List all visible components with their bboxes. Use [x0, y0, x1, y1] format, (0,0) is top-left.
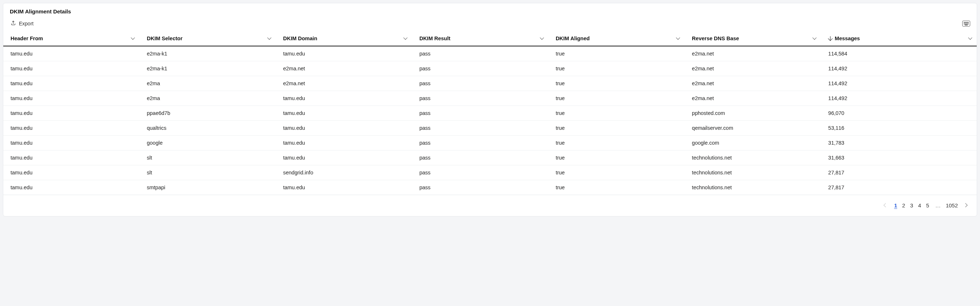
pager-ellipsis: … — [934, 202, 942, 208]
cell-dkim-domain: tamu.edu — [276, 121, 412, 136]
table-row[interactable]: tamu.edue2ma-k1e2ma.netpasstruee2ma.net1… — [3, 61, 977, 76]
table-row[interactable]: tamu.edusltsendgrid.infopasstruetechnolu… — [3, 165, 977, 180]
chevron-down-icon[interactable] — [969, 36, 972, 40]
chevron-down-icon[interactable] — [541, 36, 544, 40]
pager-last-page-button[interactable]: 1052 — [945, 200, 959, 210]
chevron-down-icon[interactable] — [268, 36, 272, 40]
keyboard-shortcuts-icon[interactable] — [962, 21, 970, 27]
table-row[interactable]: tamu.edue2matamu.edupasstruee2ma.net114,… — [3, 91, 977, 106]
column-label: DKIM Selector — [146, 35, 182, 41]
cell-dkim-aligned: true — [549, 106, 684, 121]
cell-dkim-domain: tamu.edu — [276, 136, 412, 151]
cell-dkim-result: pass — [412, 91, 548, 106]
cell-dkim-result: pass — [412, 180, 548, 195]
cell-header-from: tamu.edu — [3, 61, 139, 76]
export-label: Export — [19, 21, 33, 27]
table-row[interactable]: tamu.edue2ma-k1tamu.edupasstruee2ma.net1… — [3, 46, 977, 61]
table-header: Header FromDKIM SelectorDKIM DomainDKIM … — [3, 32, 977, 46]
column-header[interactable]: DKIM Domain — [276, 32, 412, 46]
pager-prev-button[interactable] — [881, 200, 889, 210]
chevron-right-icon — [963, 203, 967, 207]
cell-dkim-aligned: true — [549, 46, 684, 61]
cell-header-from: tamu.edu — [3, 180, 139, 195]
cell-dkim-domain: e2ma.net — [276, 76, 412, 91]
cell-messages: 114,492 — [821, 91, 977, 106]
table-row[interactable]: tamu.edue2mae2ma.netpasstruee2ma.net114,… — [3, 76, 977, 91]
cell-header-from: tamu.edu — [3, 151, 139, 165]
cell-header-from: tamu.edu — [3, 136, 139, 151]
column-header[interactable]: Reverse DNS Base — [684, 32, 821, 46]
column-header[interactable]: DKIM Result — [412, 32, 548, 46]
cell-dkim-domain: tamu.edu — [276, 106, 412, 121]
cell-dkim-domain: tamu.edu — [276, 151, 412, 165]
cell-dkim-aligned: true — [549, 76, 684, 91]
column-header[interactable]: DKIM Selector — [139, 32, 275, 46]
table-row[interactable]: tamu.eduslttamu.edupasstruetechnolutions… — [3, 151, 977, 165]
cell-header-from: tamu.edu — [3, 91, 139, 106]
column-header[interactable]: DKIM Aligned — [549, 32, 684, 46]
pager-next-button[interactable] — [961, 200, 969, 210]
dkim-table: Header FromDKIM SelectorDKIM DomainDKIM … — [3, 32, 977, 195]
cell-header-from: tamu.edu — [3, 46, 139, 61]
export-button[interactable]: Export — [10, 19, 34, 28]
cell-messages: 27,817 — [821, 165, 977, 180]
column-label: Header From — [11, 35, 43, 41]
table-footer: 12345 … 1052 — [3, 195, 977, 216]
cell-reverse-dns-base: e2ma.net — [684, 46, 821, 61]
cell-dkim-aligned: true — [549, 91, 684, 106]
chevron-down-icon[interactable] — [813, 36, 817, 40]
cell-messages: 114,584 — [821, 46, 977, 61]
chevron-down-icon[interactable] — [676, 36, 680, 40]
pager-page-button[interactable]: 2 — [900, 200, 908, 210]
pager-page-button[interactable]: 3 — [908, 200, 916, 210]
chevron-down-icon[interactable] — [131, 36, 135, 40]
column-header[interactable]: Messages — [821, 32, 977, 46]
cell-reverse-dns-base: qemailserver.com — [684, 121, 821, 136]
cell-dkim-result: pass — [412, 61, 548, 76]
cell-reverse-dns-base: technolutions.net — [684, 180, 821, 195]
column-label: Messages — [835, 35, 860, 41]
cell-dkim-aligned: true — [549, 61, 684, 76]
cell-reverse-dns-base: e2ma.net — [684, 61, 821, 76]
cell-reverse-dns-base: e2ma.net — [684, 91, 821, 106]
cell-header-from: tamu.edu — [3, 165, 139, 180]
column-label: DKIM Result — [419, 35, 450, 41]
cell-dkim-selector: slt — [139, 165, 275, 180]
cell-messages: 114,492 — [821, 76, 977, 91]
table-row[interactable]: tamu.eduppae6d7btamu.edupasstruepphosted… — [3, 106, 977, 121]
cell-dkim-domain: e2ma.net — [276, 61, 412, 76]
cell-dkim-aligned: true — [549, 180, 684, 195]
cell-dkim-result: pass — [412, 136, 548, 151]
cell-dkim-selector: qualtrics — [139, 121, 275, 136]
cell-dkim-result: pass — [412, 165, 548, 180]
cell-reverse-dns-base: e2ma.net — [684, 76, 821, 91]
export-icon — [11, 20, 16, 27]
pager-page-button[interactable]: 5 — [924, 200, 932, 210]
cell-dkim-domain: tamu.edu — [276, 46, 412, 61]
cell-dkim-selector: e2ma — [139, 91, 275, 106]
table-row[interactable]: tamu.edusmtpapitamu.edupasstruetechnolut… — [3, 180, 977, 195]
cell-dkim-aligned: true — [549, 136, 684, 151]
pager-page-button[interactable]: 1 — [892, 200, 900, 210]
cell-dkim-selector: google — [139, 136, 275, 151]
cell-dkim-selector: e2ma — [139, 76, 275, 91]
cell-dkim-selector: smtpapi — [139, 180, 275, 195]
column-label: DKIM Domain — [283, 35, 317, 41]
cell-dkim-domain: tamu.edu — [276, 91, 412, 106]
table-row[interactable]: tamu.eduqualtricstamu.edupasstrueqemails… — [3, 121, 977, 136]
cell-header-from: tamu.edu — [3, 106, 139, 121]
cell-dkim-result: pass — [412, 106, 548, 121]
cell-messages: 114,492 — [821, 61, 977, 76]
chevron-down-icon[interactable] — [404, 36, 407, 40]
cell-dkim-result: pass — [412, 76, 548, 91]
column-label: Reverse DNS Base — [692, 35, 739, 41]
cell-dkim-result: pass — [412, 121, 548, 136]
cell-messages: 53,116 — [821, 121, 977, 136]
pager-page-button[interactable]: 4 — [916, 200, 924, 210]
cell-reverse-dns-base: technolutions.net — [684, 165, 821, 180]
cell-messages: 96,070 — [821, 106, 977, 121]
cell-messages: 31,663 — [821, 151, 977, 165]
column-header[interactable]: Header From — [3, 32, 139, 46]
table-row[interactable]: tamu.edugoogletamu.edupasstruegoogle.com… — [3, 136, 977, 151]
dkim-alignment-panel: DKIM Alignment Details Export Header Fro… — [3, 3, 977, 216]
